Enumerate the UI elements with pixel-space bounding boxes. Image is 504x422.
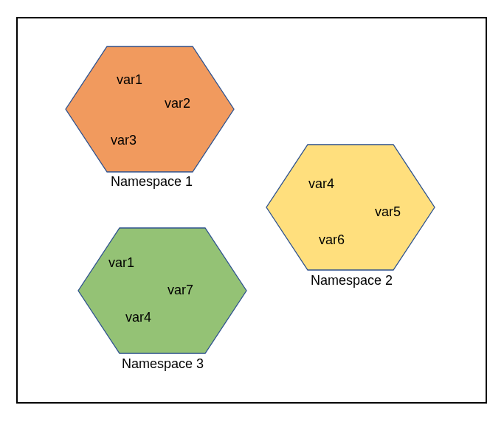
svg-marker-2	[78, 228, 246, 353]
namespace-3-label: Namespace 3	[122, 356, 204, 372]
var-label: var4	[125, 310, 151, 325]
var-label: var4	[308, 176, 334, 192]
svg-marker-0	[66, 46, 234, 172]
hexagon-icon	[65, 46, 235, 173]
namespace-2-label: Namespace 2	[311, 273, 393, 288]
var-label: var2	[165, 96, 190, 111]
namespace-1-label: Namespace 1	[111, 174, 193, 190]
svg-marker-1	[266, 145, 435, 270]
namespace-3: var1 var7 var4	[77, 227, 247, 354]
var-label: var3	[111, 133, 137, 148]
var-label: var1	[108, 255, 134, 271]
var-label: var6	[319, 232, 345, 248]
hexagon-icon	[266, 144, 435, 271]
hexagon-icon	[77, 227, 247, 354]
diagram-frame: var1 var2 var3 Namespace 1 var4 var5 var…	[0, 0, 504, 422]
var-label: var1	[117, 72, 142, 88]
var-label: var5	[375, 204, 401, 220]
namespace-1: var1 var2 var3	[65, 46, 235, 173]
namespace-2: var4 var5 var6	[266, 144, 435, 271]
var-label: var7	[168, 283, 193, 298]
